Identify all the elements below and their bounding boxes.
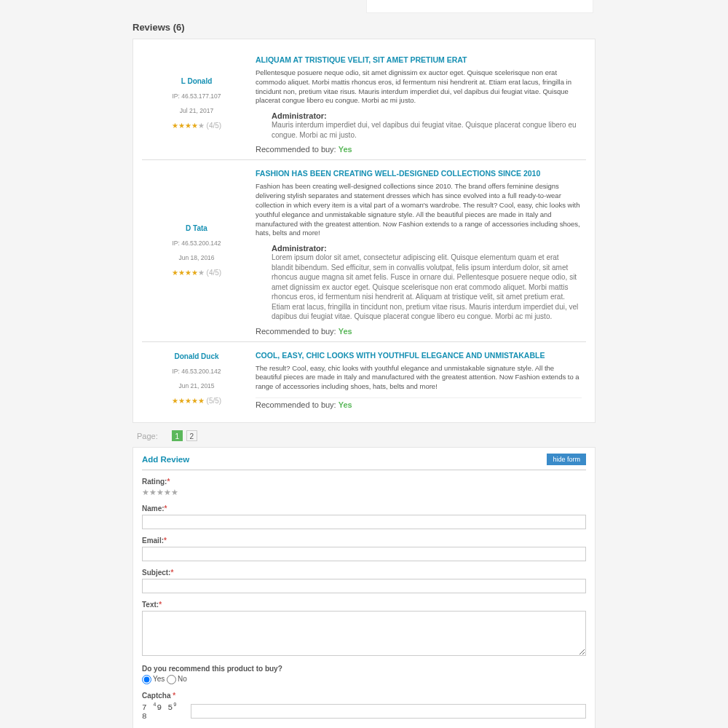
page-label: Page: bbox=[137, 432, 158, 440]
review-title: ALIQUAM AT TRISTIQUE VELIT, SIT AMET PRE… bbox=[256, 55, 582, 64]
recommend-label: Do you recommend this product to buy? bbox=[142, 665, 586, 673]
review-date: Jun 18, 2016 bbox=[145, 254, 248, 261]
review-date: Jul 21, 2017 bbox=[145, 107, 248, 114]
page-link-1[interactable]: 1 bbox=[172, 430, 183, 441]
reviewer-name[interactable]: Donald Duck bbox=[145, 352, 248, 360]
admin-reply-text: Lorem ipsum dolor sit amet, consectetur … bbox=[272, 253, 582, 322]
review-item: Donald Duck IP: 46.53.200.142 Jun 21, 20… bbox=[142, 342, 586, 415]
review-title: COOL, EASY, CHIC LOOKS WITH YOUTHFUL ELE… bbox=[256, 351, 582, 360]
recommend-line: Recommended to buy: Yes bbox=[256, 143, 582, 154]
email-input[interactable] bbox=[142, 547, 586, 561]
name-input[interactable] bbox=[142, 515, 586, 529]
review-item: L Donald IP: 46.53.177.107 Jul 21, 2017 … bbox=[142, 47, 586, 160]
captcha-input[interactable] bbox=[191, 704, 586, 719]
reviews-heading: Reviews (6) bbox=[132, 22, 728, 33]
review-item: D Tata IP: 46.53.200.142 Jun 18, 2016 ★★… bbox=[142, 160, 586, 341]
star-rating: ★★★★★ (4/5) bbox=[145, 269, 248, 277]
review-date: Jun 21, 2015 bbox=[145, 382, 248, 389]
captcha-label: Captcha * bbox=[142, 692, 586, 700]
yes-label: Yes bbox=[153, 675, 165, 683]
star-rating: ★★★★★ (4/5) bbox=[145, 122, 248, 130]
rating-input[interactable]: ★★★★★ bbox=[142, 488, 586, 497]
rating-text: (5/5) bbox=[207, 397, 222, 405]
no-label: No bbox=[178, 675, 187, 683]
hide-form-button[interactable]: hide form bbox=[547, 454, 586, 465]
recommend-no-radio[interactable] bbox=[167, 675, 176, 684]
page-link-2[interactable]: 2 bbox=[186, 430, 197, 441]
email-label: Email:* bbox=[142, 537, 586, 545]
reviewer-ip: IP: 46.53.200.142 bbox=[145, 240, 248, 247]
reviewer-name[interactable]: D Tata bbox=[145, 224, 248, 232]
rating-label: Rating:* bbox=[142, 478, 586, 486]
rating-text: (4/5) bbox=[207, 269, 222, 277]
reviewer-ip: IP: 46.53.200.142 bbox=[145, 368, 248, 375]
admin-reply-text: Mauris interdum imperdiet dui, vel dapib… bbox=[272, 120, 582, 140]
reviewer-ip: IP: 46.53.177.107 bbox=[145, 92, 248, 100]
recommend-yes-radio[interactable] bbox=[142, 675, 151, 684]
recommend-line: Recommended to buy: Yes bbox=[256, 397, 582, 409]
add-review-title: Add Review bbox=[142, 455, 189, 464]
name-label: Name:* bbox=[142, 505, 586, 513]
review-title: FASHION HAS BEEN CREATING WELL-DESIGNED … bbox=[256, 169, 582, 178]
text-input[interactable] bbox=[142, 611, 586, 656]
recommend-line: Recommended to buy: Yes bbox=[256, 325, 582, 336]
pagination: Page: 1 2 bbox=[137, 430, 728, 441]
subject-input[interactable] bbox=[142, 579, 586, 593]
admin-label: Administrator: bbox=[272, 244, 582, 253]
sidebar-box bbox=[366, 0, 593, 13]
reviews-panel: L Donald IP: 46.53.177.107 Jul 21, 2017 … bbox=[132, 39, 596, 423]
captcha-image: 7 49 59 8 bbox=[142, 702, 183, 721]
subject-label: Subject:* bbox=[142, 569, 586, 577]
add-review-panel: Add Review hide form Rating:* ★★★★★ Name… bbox=[132, 447, 596, 728]
reviewer-name[interactable]: L Donald bbox=[145, 77, 248, 85]
admin-label: Administrator: bbox=[272, 111, 582, 120]
text-label: Text:* bbox=[142, 601, 586, 609]
rating-text: (4/5) bbox=[207, 122, 222, 130]
review-body: The result? Cool, easy, chic looks with … bbox=[256, 364, 582, 392]
review-body: Pellentesque posuere neque odio, sit ame… bbox=[256, 68, 582, 106]
review-body: Fashion has been creating well-designed … bbox=[256, 182, 582, 238]
star-rating: ★★★★★ (5/5) bbox=[145, 397, 248, 405]
